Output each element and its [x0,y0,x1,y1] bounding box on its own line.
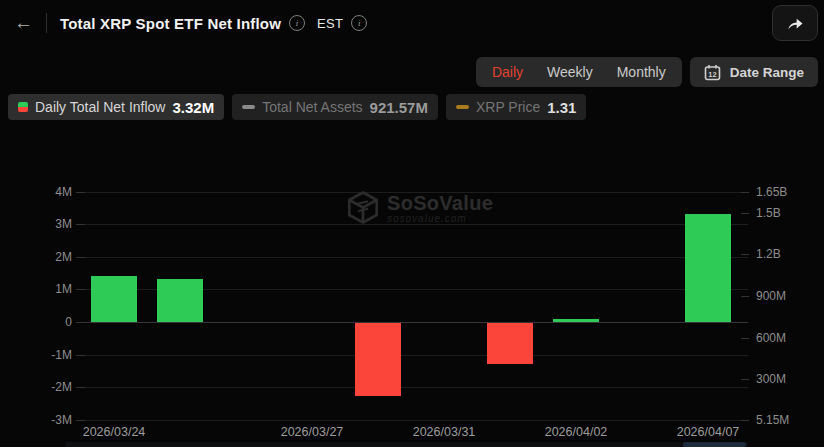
y-axis-label: 3M [18,217,72,231]
y-axis-tick [76,192,85,193]
y2-axis-tick [741,254,749,255]
y2-axis-label: 1.65B [756,185,818,199]
y2-axis-label: 1.5B [756,206,818,220]
y2-axis-tick [741,296,749,297]
x-axis-label: 2026/03/27 [267,425,357,439]
bar-chart: 4M3M2M1M0-1M-2M-3M1.65B1.5B1.2B900M600M3… [0,0,824,447]
y-axis-label: -3M [18,413,72,427]
y2-axis-label: 600M [756,331,818,345]
gridline [81,224,748,225]
y-axis-tick [76,289,85,290]
bar[interactable] [487,323,533,364]
gridline [81,322,748,323]
y-axis-label: -1M [18,348,72,362]
y2-axis-tick [741,420,749,421]
y-axis-label: 4M [18,185,72,199]
y2-axis-tick [741,192,749,193]
bar[interactable] [157,279,203,322]
x-axis-label: 2026/03/31 [399,425,489,439]
gridline [81,192,748,193]
y2-axis-label: 5.15M [756,413,818,427]
y2-axis-tick [741,213,749,214]
y-axis-tick [76,257,85,258]
chart-scrollbar-thumb[interactable] [683,442,746,447]
gridline [81,257,748,258]
y2-axis-tick [741,379,749,380]
bar[interactable] [91,276,137,322]
gridline [81,355,748,356]
y2-axis-label: 300M [756,372,818,386]
y2-axis-label: 900M [756,289,818,303]
x-axis-label: 2026/04/07 [663,425,753,439]
bar[interactable] [355,323,401,396]
gridline [81,387,748,388]
y-axis-label: 2M [18,250,72,264]
chart-scrollbar-track[interactable] [65,442,748,447]
y-axis-label: 0 [18,315,72,329]
y-axis-tick [76,355,85,356]
y-axis-tick [76,420,85,421]
gridline [81,420,748,421]
y-axis-tick [76,387,85,388]
y-axis-label: -2M [18,380,72,394]
bar[interactable] [685,214,731,322]
x-axis-label: 2026/04/02 [531,425,621,439]
y-axis-tick [76,224,85,225]
y2-axis-tick [741,338,749,339]
y-axis-label: 1M [18,282,72,296]
y-axis-tick [76,322,85,323]
x-axis-label: 2026/03/24 [69,425,159,439]
bar[interactable] [553,319,599,322]
y2-axis-label: 1.2B [756,247,818,261]
